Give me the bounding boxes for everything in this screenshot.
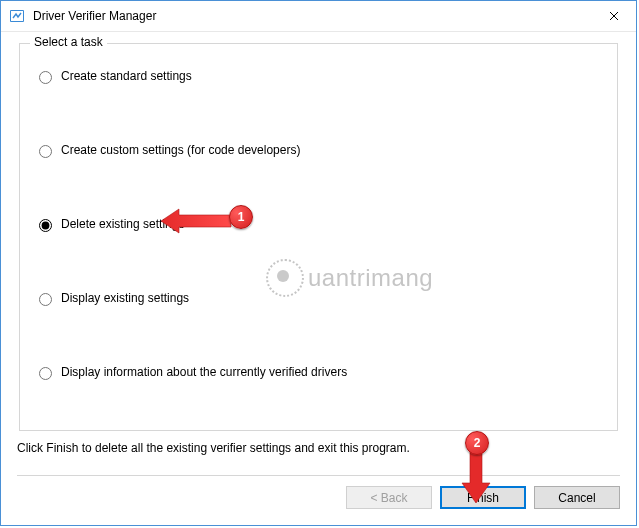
watermark-text: uantrimang <box>308 264 433 292</box>
instruction-text: Click Finish to delete all the existing … <box>17 441 620 455</box>
radio-input-display-info[interactable] <box>39 367 52 380</box>
separator <box>17 475 620 476</box>
window-title: Driver Verifier Manager <box>33 9 591 23</box>
radio-input-delete-existing[interactable] <box>39 219 52 232</box>
close-button[interactable] <box>591 1 636 31</box>
radio-input-create-standard[interactable] <box>39 71 52 84</box>
radio-create-standard[interactable]: Create standard settings <box>34 68 603 84</box>
driver-verifier-window: Driver Verifier Manager Select a task Cr… <box>0 0 637 526</box>
task-groupbox: Select a task Create standard settings C… <box>19 43 618 431</box>
radio-input-display-existing[interactable] <box>39 293 52 306</box>
watermark: uantrimang <box>266 259 433 297</box>
groupbox-legend: Select a task <box>30 35 107 49</box>
back-button: < Back <box>346 486 432 509</box>
radio-label: Display existing settings <box>61 291 189 305</box>
button-row: < Back Finish Cancel <box>17 486 620 509</box>
radio-label: Create standard settings <box>61 69 192 83</box>
radio-create-custom[interactable]: Create custom settings (for code develop… <box>34 142 603 158</box>
radio-input-create-custom[interactable] <box>39 145 52 158</box>
app-icon <box>9 8 25 24</box>
radio-label: Create custom settings (for code develop… <box>61 143 300 157</box>
radio-delete-existing[interactable]: Delete existing settings <box>34 216 603 232</box>
close-icon <box>609 11 619 21</box>
titlebar: Driver Verifier Manager <box>1 1 636 32</box>
finish-button[interactable]: Finish <box>440 486 526 509</box>
radio-label: Delete existing settings <box>61 217 184 231</box>
radio-display-info[interactable]: Display information about the currently … <box>34 364 603 380</box>
watermark-icon <box>266 259 304 297</box>
radio-label: Display information about the currently … <box>61 365 347 379</box>
cancel-button[interactable]: Cancel <box>534 486 620 509</box>
